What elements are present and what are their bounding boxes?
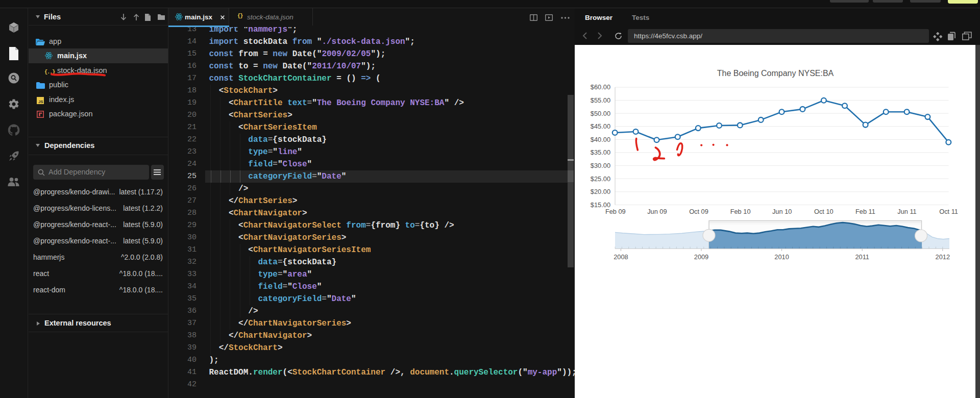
svg-text:$50.00: $50.00: [591, 110, 610, 117]
svg-text:2010: 2010: [774, 253, 789, 261]
svg-text:$60.00: $60.00: [591, 83, 610, 91]
svg-text:2009: 2009: [694, 253, 708, 261]
svg-text:$40.00: $40.00: [591, 136, 610, 143]
svg-text:Feb 10: Feb 10: [730, 208, 751, 215]
svg-text:$25.00: $25.00: [591, 175, 610, 183]
svg-text:The Boeing Company NYSE:BA: The Boeing Company NYSE:BA: [717, 69, 834, 78]
svg-text:Oct 11: Oct 11: [939, 208, 958, 215]
svg-text:Jun 10: Jun 10: [772, 208, 792, 215]
svg-text:$20.00: $20.00: [591, 188, 610, 195]
svg-text:$45.00: $45.00: [591, 122, 610, 130]
svg-text:2008: 2008: [614, 253, 628, 261]
svg-text:$55.00: $55.00: [591, 96, 610, 104]
svg-text:$30.00: $30.00: [591, 162, 610, 169]
svg-text:Jun 09: Jun 09: [647, 208, 667, 215]
svg-text:Oct 09: Oct 09: [689, 208, 708, 215]
svg-text:Feb 09: Feb 09: [605, 208, 626, 215]
svg-text:$35.00: $35.00: [591, 148, 610, 156]
svg-text:2011: 2011: [855, 253, 869, 261]
svg-text:Oct 10: Oct 10: [814, 208, 834, 215]
svg-text:2012: 2012: [936, 253, 950, 261]
svg-text:Jun 11: Jun 11: [897, 208, 916, 215]
svg-text:Feb 11: Feb 11: [855, 208, 875, 215]
